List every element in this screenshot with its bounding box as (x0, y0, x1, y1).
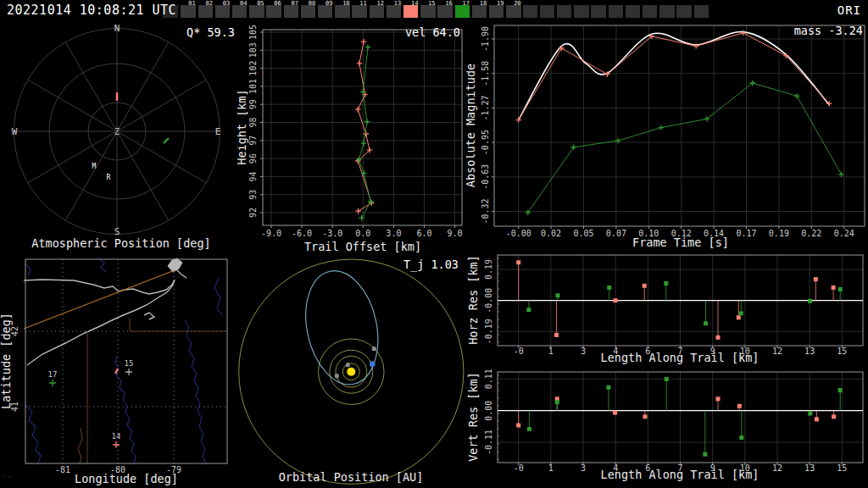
meteor-analysis-screen: 0102030405060708091011121314151617181920… (0, 0, 868, 488)
svg-text:98: 98 (248, 117, 258, 127)
svg-text:94: 94 (248, 171, 258, 181)
frame-box-blank[interactable] (659, 5, 675, 18)
svg-text:Frame Time [s]: Frame Time [s] (632, 236, 729, 249)
frame-box-label: 10 (342, 1, 349, 7)
svg-text:0.24: 0.24 (834, 229, 854, 238)
svg-text:Latitude [deg]: Latitude [deg] (0, 313, 13, 409)
frame-box-12[interactable]: 12 (370, 5, 385, 18)
frame-box-17[interactable]: 17 (455, 5, 470, 18)
svg-text:T_j 1.03: T_j 1.03 (403, 258, 459, 272)
frame-box-blank[interactable] (676, 5, 692, 18)
svg-text:-0: -0 (514, 463, 524, 473)
grid (263, 30, 462, 225)
trajectory-ground-track (24, 270, 175, 329)
svg-text:3: 3 (581, 347, 586, 356)
svg-text:102: 102 (248, 61, 258, 76)
frame-box-label: 01 (188, 1, 195, 7)
frame-box-13[interactable]: 13 (387, 5, 402, 18)
frame-box-19[interactable]: 19 (489, 5, 504, 18)
frame-box-blank[interactable] (643, 5, 658, 18)
station-14 (113, 441, 120, 448)
svg-text:13: 13 (804, 347, 815, 356)
series-station-17 (527, 377, 843, 457)
frame-box-label: 07 (292, 1, 298, 7)
series-station-14 (355, 39, 374, 214)
svg-text:-6.0: -6.0 (292, 229, 312, 238)
svg-text:Absolute Magnitude: Absolute Magnitude (466, 64, 477, 187)
frame-box-20[interactable]: 20 (506, 5, 521, 18)
station-17 (49, 380, 56, 386)
frame-box-blank[interactable] (540, 5, 555, 18)
frame-box-15[interactable]: 15 (420, 5, 436, 18)
svg-text:Length Along Trail [km]: Length Along Trail [km] (601, 468, 760, 481)
frame-box-04[interactable]: 04 (232, 5, 248, 18)
frame-box-label: 03 (223, 1, 230, 7)
series-station-14 (516, 260, 835, 340)
svg-text:-9.0: -9.0 (261, 229, 281, 238)
frame-box-16[interactable]: 16 (437, 5, 453, 18)
atmospheric-position-chart: NESWZMRQ* 59.3Atmospheric Position [deg] (0, 20, 237, 254)
panel-vert-residuals: -0134679101213150.110.00-0.11Length Alon… (466, 364, 868, 488)
frame-box-09[interactable]: 09 (318, 5, 333, 18)
panel-trail-offset: -9.0-6.0-3.00.03.06.09.01051031021019998… (237, 20, 466, 254)
frame-box-07[interactable]: 07 (284, 5, 299, 18)
frame-box-label: 14 (411, 1, 418, 7)
svg-text:0.22: 0.22 (801, 229, 821, 238)
frame-box-blank[interactable] (609, 5, 624, 18)
station-15 (125, 369, 132, 375)
svg-text:15: 15 (125, 359, 134, 368)
frame-box-blank[interactable] (574, 5, 589, 18)
series (516, 260, 843, 340)
series-station-17 (526, 80, 844, 215)
svg-text:0.0: 0.0 (355, 229, 370, 238)
svg-text:0.00: 0.00 (484, 401, 493, 421)
sun-dot (347, 368, 355, 376)
frame-box-02[interactable]: 02 (198, 5, 214, 18)
svg-text:-0.00: -0.00 (484, 288, 493, 313)
frame-box-blank[interactable] (557, 5, 572, 18)
svg-text:R: R (107, 174, 111, 181)
frame-box-11[interactable]: 11 (352, 5, 367, 18)
panel-atmospheric-position: NESWZMRQ* 59.3Atmospheric Position [deg] (0, 20, 237, 254)
frame-box-03[interactable]: 03 (215, 5, 231, 18)
frame-box-blank[interactable] (523, 5, 538, 18)
frame-box-blank[interactable] (626, 5, 641, 18)
frame-box-label: 05 (257, 1, 264, 7)
svg-text:Horz Res [km]: Horz Res [km] (466, 255, 480, 345)
svg-text:96: 96 (248, 153, 258, 164)
frame-box-label: 11 (359, 1, 366, 7)
series (516, 30, 844, 215)
watermark: rju (2, 473, 11, 479)
svg-text:15: 15 (837, 347, 847, 356)
frame-box-label: 08 (309, 1, 315, 7)
frame-box-01[interactable]: 01 (181, 5, 196, 18)
svg-text:W: W (12, 126, 18, 137)
frame-box-label: 20 (514, 1, 520, 7)
frame-box-18[interactable]: 18 (472, 5, 487, 18)
frame-box-label: 18 (480, 1, 487, 7)
frame-box-05[interactable]: 05 (249, 5, 264, 18)
svg-text:-0.32: -0.32 (481, 198, 490, 224)
svg-text:1: 1 (548, 463, 554, 473)
frame-box-14[interactable]: 14 (403, 5, 419, 18)
svg-text:Orbital Position [AU]: Orbital Position [AU] (279, 470, 424, 484)
svg-text:15: 15 (837, 463, 847, 473)
series-station-14 (516, 396, 836, 427)
series (516, 377, 843, 457)
frame-box-blank[interactable] (694, 5, 709, 18)
svg-text:0.02: 0.02 (541, 229, 561, 238)
frame-box-10[interactable]: 10 (335, 5, 350, 18)
svg-text:0.07: 0.07 (606, 229, 626, 238)
svg-text:-0.95: -0.95 (481, 130, 490, 155)
svg-text:-81: -81 (55, 465, 70, 474)
frame-box-08[interactable]: 08 (301, 5, 316, 18)
svg-text:M: M (92, 163, 97, 170)
ground-map-chart: -81-80-794241171514Longitude [deg]Latitu… (0, 254, 237, 488)
svg-text:14: 14 (112, 432, 121, 441)
svg-text:mass -3.24: mass -3.24 (794, 24, 863, 37)
svg-text:1: 1 (548, 347, 554, 356)
frame-box-06[interactable]: 06 (266, 5, 281, 18)
svg-text:Vert Res [km]: Vert Res [km] (466, 372, 480, 462)
frame-box-blank[interactable] (591, 5, 606, 18)
frame-box-label: 19 (497, 1, 504, 7)
